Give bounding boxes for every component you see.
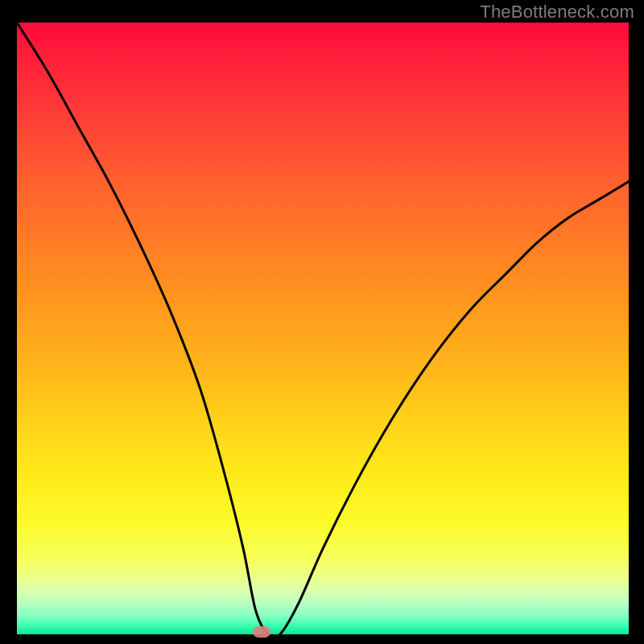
plot-area	[17, 23, 629, 634]
chart-frame: TheBottleneck.com	[0, 0, 644, 644]
optimal-point-marker	[253, 626, 270, 638]
curve-svg	[17, 23, 629, 634]
bottleneck-curve	[17, 23, 629, 634]
watermark-text: TheBottleneck.com	[480, 2, 634, 23]
